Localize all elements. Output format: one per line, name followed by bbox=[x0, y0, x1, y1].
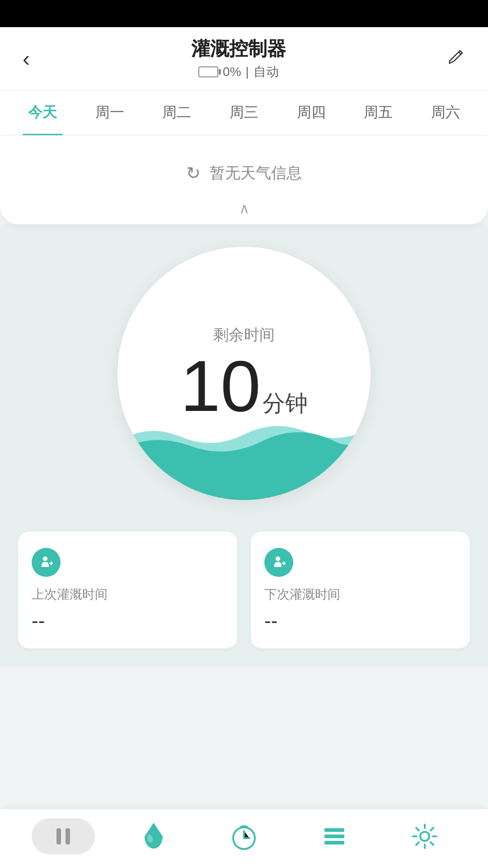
edit-button[interactable] bbox=[443, 43, 470, 74]
schedule-icon bbox=[228, 820, 260, 853]
back-button[interactable]: ‹ bbox=[18, 42, 34, 75]
svg-point-4 bbox=[243, 826, 245, 828]
svg-rect-7 bbox=[324, 841, 344, 844]
nav-item-pause[interactable] bbox=[18, 818, 108, 854]
mode-label: 自动 bbox=[253, 63, 279, 80]
tab-thursday[interactable]: 周四 bbox=[277, 90, 345, 135]
refresh-icon[interactable]: ↻ bbox=[186, 163, 201, 183]
nav-item-water[interactable] bbox=[108, 820, 199, 853]
timer-value: 10 分钟 bbox=[180, 350, 308, 422]
edit-icon bbox=[447, 47, 465, 66]
next-watering-title: 下次灌溉时间 bbox=[264, 586, 456, 603]
separator: | bbox=[246, 65, 249, 79]
pause-bar-left bbox=[56, 828, 61, 844]
weather-message: 暂无天气信息 bbox=[210, 163, 302, 184]
tab-today[interactable]: 今天 bbox=[9, 90, 76, 135]
svg-point-1 bbox=[276, 557, 280, 561]
pause-icon bbox=[56, 828, 70, 844]
timer-label: 剩余时间 bbox=[213, 325, 275, 345]
weather-info: ↻ 暂无天气信息 bbox=[18, 154, 470, 197]
collapse-button[interactable]: ∧ bbox=[0, 200, 488, 217]
header: ‹ 灌溉控制器 0% | 自动 bbox=[0, 27, 488, 90]
timer-unit: 分钟 bbox=[263, 388, 308, 419]
weather-card: ↻ 暂无天气信息 ∧ bbox=[0, 136, 488, 224]
header-title-block: 灌溉控制器 0% | 自动 bbox=[191, 36, 286, 80]
pause-button[interactable] bbox=[32, 818, 95, 854]
timer-circle: 剩余时间 10 分钟 bbox=[117, 247, 371, 500]
next-watering-svg bbox=[271, 554, 287, 571]
next-watering-card: 下次灌溉时间 -- bbox=[251, 532, 470, 648]
info-cards: 上次灌溉时间 -- 下次灌溉时间 -- bbox=[18, 532, 470, 648]
last-watering-value: -- bbox=[32, 609, 224, 632]
next-watering-icon bbox=[264, 548, 293, 577]
pause-bar-right bbox=[66, 828, 70, 844]
tab-tuesday[interactable]: 周二 bbox=[143, 90, 211, 135]
svg-rect-5 bbox=[324, 828, 344, 832]
svg-point-0 bbox=[43, 557, 47, 561]
status-bar bbox=[0, 0, 488, 27]
header-subtitle: 0% | 自动 bbox=[191, 63, 286, 80]
svg-rect-6 bbox=[324, 835, 344, 838]
list-icon bbox=[318, 820, 351, 853]
main-content: 剩余时间 10 分钟 bbox=[0, 224, 488, 666]
battery-icon bbox=[198, 66, 218, 77]
next-watering-value: -- bbox=[264, 609, 456, 632]
bottom-nav bbox=[0, 809, 488, 868]
battery-percent: 0% bbox=[223, 65, 241, 79]
last-watering-card: 上次灌溉时间 -- bbox=[18, 532, 237, 648]
tab-friday[interactable]: 周五 bbox=[345, 90, 412, 135]
nav-item-settings[interactable] bbox=[380, 820, 470, 853]
chevron-up-icon: ∧ bbox=[239, 200, 249, 217]
nav-item-list[interactable] bbox=[289, 820, 380, 853]
last-watering-title: 上次灌溉时间 bbox=[32, 586, 224, 603]
last-watering-icon bbox=[32, 548, 61, 577]
settings-icon bbox=[408, 820, 441, 853]
timer-number: 10 bbox=[180, 350, 261, 422]
tab-wednesday[interactable]: 周三 bbox=[211, 90, 278, 135]
last-watering-svg bbox=[38, 554, 54, 571]
timer-circle-wrapper: 剩余时间 10 分钟 bbox=[18, 224, 470, 527]
tab-saturday[interactable]: 周六 bbox=[412, 90, 479, 135]
nav-item-schedule[interactable] bbox=[199, 820, 289, 853]
water-icon bbox=[137, 820, 170, 853]
day-tabs: 今天 周一 周二 周三 周四 周五 周六 bbox=[0, 90, 488, 136]
page-title: 灌溉控制器 bbox=[191, 36, 286, 61]
svg-point-8 bbox=[420, 832, 429, 841]
tab-monday[interactable]: 周一 bbox=[76, 90, 144, 135]
